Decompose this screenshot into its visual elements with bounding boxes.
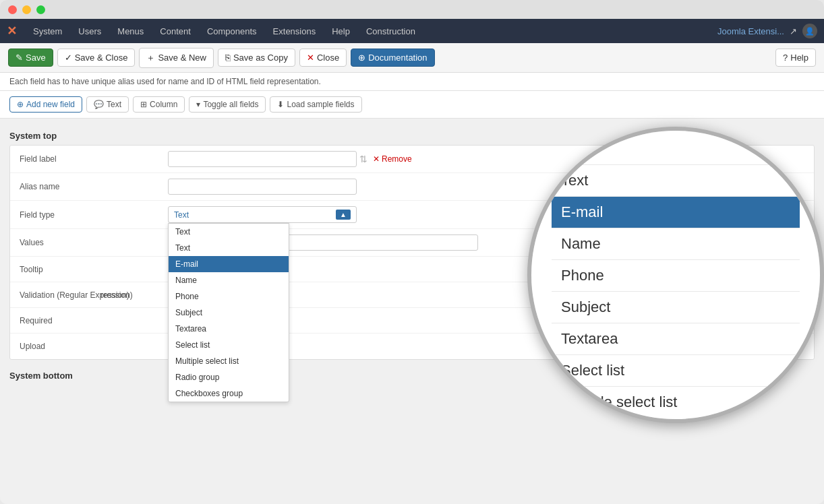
page-wrapper: ✕ System Users Menus Content Components … [0, 19, 824, 504]
remove-link[interactable]: ✕ Remove [373, 154, 412, 164]
fields-toolbar: ⊕ Add new field 💬 Text ⊞ Column ▾ Toggle… [0, 91, 824, 119]
toolbar: ✎ Save ✓ Save & Close ＋ Save & New ⎘ Sav… [0, 43, 824, 73]
toggle-icon: ▾ [196, 100, 200, 109]
dropdown-item-email[interactable]: E-mail [169, 256, 289, 272]
zoom-item-name[interactable]: Name [552, 228, 800, 260]
save-close-button[interactable]: ✓ Save & Close [57, 49, 136, 67]
field-type-menu: Text Text E-mail Name Phone Subject Text… [168, 223, 289, 402]
nav-item-users[interactable]: Users [71, 22, 108, 40]
save-copy-button[interactable]: ⎘ Save as Copy [218, 49, 295, 67]
add-field-button[interactable]: ⊕ Add new field [9, 96, 82, 113]
sort-icon: ⇅ [359, 154, 367, 164]
dropdown-item-multiselect[interactable]: Multiple select list [169, 353, 289, 369]
column-icon: ⊞ [140, 100, 147, 109]
nav-item-system[interactable]: System [26, 22, 69, 40]
required-label: Required [20, 316, 168, 325]
field-label-label: Field label [20, 154, 168, 164]
external-link-icon: ↗ [790, 26, 797, 36]
minimize-button[interactable] [22, 5, 31, 14]
zoom-item-select[interactable]: Select list [552, 355, 800, 387]
field-label-actions: ⇅ ✕ Remove [359, 154, 412, 164]
info-bar: Each field has to have unique alias used… [0, 73, 824, 91]
zoom-item-text2[interactable]: Text [552, 165, 800, 197]
values-label: Values [20, 238, 168, 247]
maximize-button[interactable] [36, 5, 45, 14]
field-type-trigger[interactable]: Text ▲ [168, 206, 357, 223]
tooltip-label: Tooltip [20, 265, 168, 274]
nav-item-construction[interactable]: Construction [359, 22, 422, 40]
nav-right: Joomla Extensi... ↗ 👤 [717, 24, 817, 38]
navbar: ✕ System Users Menus Content Components … [0, 19, 824, 43]
dropdown-item-checkboxes[interactable]: Checkboxes group [169, 385, 289, 402]
load-icon: ⬇ [277, 100, 284, 109]
zoom-item-subject[interactable]: Subject [552, 292, 800, 323]
column-button[interactable]: ⊞ Column [133, 96, 185, 113]
validation-label: Validation (Regular Expression) [20, 290, 168, 300]
dropdown-item-textarea[interactable]: Textarea [169, 321, 289, 337]
validation-hint: ression) [100, 290, 129, 300]
dropdown-item-text2[interactable]: Text [169, 240, 289, 256]
nav-item-content[interactable]: Content [153, 22, 198, 40]
nav-item-extensions[interactable]: Extensions [266, 22, 323, 40]
help-question-icon: ? [783, 53, 788, 63]
save-button[interactable]: ✎ Save [8, 49, 53, 67]
zoom-item-phone[interactable]: Phone [552, 260, 800, 292]
dropdown-item-phone[interactable]: Phone [169, 288, 289, 305]
close-button[interactable] [8, 5, 17, 14]
close-button-toolbar[interactable]: ✕ Close [299, 49, 347, 67]
load-sample-button[interactable]: ⬇ Load sample fields [270, 96, 361, 113]
dropdown-item-radio[interactable]: Radio group [169, 369, 289, 385]
text-icon: 💬 [94, 100, 104, 109]
remove-x-icon: ✕ [373, 154, 380, 164]
zoom-item-textarea[interactable]: Textarea [552, 323, 800, 355]
alias-name-input[interactable] [168, 179, 357, 195]
joomla-brand[interactable]: ✕ [7, 24, 17, 38]
save-new-plus-icon: ＋ [146, 52, 155, 64]
close-x-icon: ✕ [307, 53, 314, 63]
doc-plus-icon: ⊕ [358, 53, 365, 63]
save-close-check-icon: ✓ [65, 53, 72, 63]
upload-label: Upload [20, 342, 168, 351]
zoom-overlay: Text Text E-mail Name Phone Subject Text… [527, 127, 824, 423]
copy-icon: ⎘ [225, 53, 231, 63]
user-icon[interactable]: 👤 [802, 24, 817, 38]
field-label-input[interactable] [168, 151, 357, 167]
field-type-dropdown[interactable]: Text ▲ Text Text E-mail Name Phone Subje… [168, 206, 357, 223]
dropdown-item-select[interactable]: Select list [169, 337, 289, 353]
text-button[interactable]: 💬 Text [86, 96, 129, 113]
nav-item-components[interactable]: Components [200, 22, 264, 40]
zoom-item-email[interactable]: E-mail [552, 197, 800, 228]
save-check-icon: ✎ [16, 53, 23, 63]
save-new-button[interactable]: ＋ Save & New [139, 48, 214, 68]
nav-item-menus[interactable]: Menus [111, 22, 150, 40]
documentation-button[interactable]: ⊕ Documentation [351, 49, 434, 67]
dropdown-arrow-icon: ▲ [336, 210, 351, 220]
window-chrome [0, 0, 824, 19]
dropdown-item-text1[interactable]: Text [169, 224, 289, 240]
extension-link[interactable]: Joomla Extensi... [717, 26, 784, 36]
add-plus-icon: ⊕ [17, 100, 24, 109]
help-button[interactable]: ? Help [775, 49, 816, 67]
alias-name-label: Alias name [20, 182, 168, 191]
nav-item-help[interactable]: Help [325, 22, 357, 40]
dropdown-item-name[interactable]: Name [169, 272, 289, 288]
zoom-content: Text Text E-mail Name Phone Subject Text… [531, 131, 820, 419]
field-type-label: Field type [20, 210, 168, 220]
toggle-fields-button[interactable]: ▾ Toggle all fields [189, 96, 266, 113]
dropdown-item-subject[interactable]: Subject [169, 305, 289, 321]
